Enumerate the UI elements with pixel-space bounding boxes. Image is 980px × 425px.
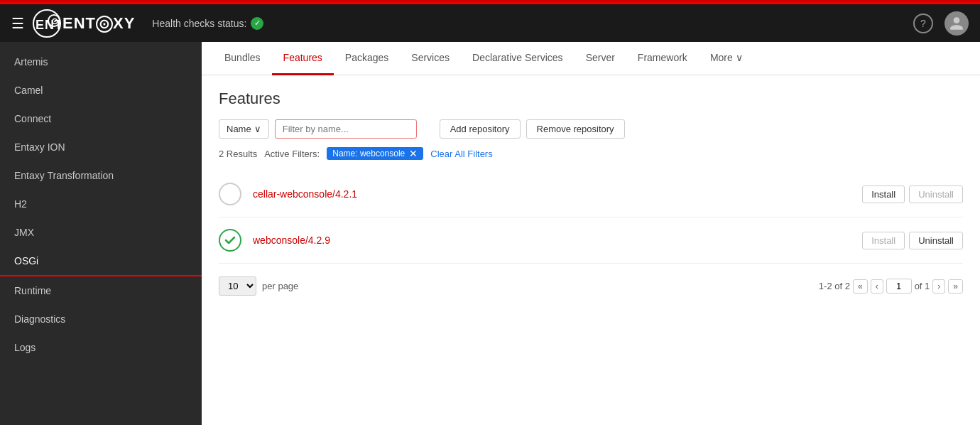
tab-services[interactable]: Services (400, 42, 461, 75)
range-label: 1-2 of 2 (819, 281, 850, 291)
tab-framework[interactable]: Framework (626, 42, 699, 75)
per-page-select[interactable]: 10 (219, 276, 256, 296)
tab-more-label: More (710, 52, 733, 63)
filter-input[interactable] (275, 119, 417, 139)
sidebar: Artemis Camel Connect Entaxy ION Entaxy … (0, 42, 202, 425)
feature-actions-2: Install Uninstall (862, 232, 963, 249)
logo: ENT ⊙ ENT⊙XY (33, 9, 135, 38)
last-page-button[interactable]: » (948, 279, 963, 294)
name-filter-label: Name (227, 124, 251, 134)
table-row: cellar-webconsole/4.2.1 Install Uninstal… (219, 171, 963, 217)
feature-status-icon-2 (219, 229, 241, 252)
sidebar-item-runtime[interactable]: Runtime (0, 276, 202, 305)
uninstall-button-2[interactable]: Uninstall (909, 232, 963, 249)
next-page-button[interactable]: › (932, 279, 945, 294)
help-icon: ? (920, 18, 926, 29)
pagination-bar: 10 per page 1-2 of 2 « ‹ of 1 › » (219, 269, 963, 303)
chevron-down-icon: ∨ (254, 124, 261, 134)
page-content: Features Name ∨ Add repository Remove re… (202, 75, 980, 425)
filter-badge-text: Name: webconsole (332, 149, 405, 158)
sidebar-item-entaxy-transformation[interactable]: Entaxy Transformation (0, 161, 202, 190)
table-row: webconsole/4.2.9 Install Uninstall (219, 217, 963, 264)
tab-declarative-services[interactable]: Declarative Services (461, 42, 575, 75)
page-input[interactable] (886, 279, 912, 294)
person-icon (949, 16, 964, 31)
remove-repository-button[interactable]: Remove repository (526, 119, 625, 139)
chevron-down-icon: ∨ (736, 52, 743, 63)
svg-text:⊙: ⊙ (51, 16, 59, 26)
tab-more[interactable]: More ∨ (699, 42, 754, 75)
feature-name-2: webconsole/4.2.9 (253, 235, 862, 246)
tabs-bar: Bundles Features Packages Services Decla… (202, 42, 980, 75)
sidebar-item-h2[interactable]: H2 (0, 190, 202, 218)
install-button-1[interactable]: Install (862, 185, 905, 203)
sidebar-item-osgi[interactable]: OSGi (0, 247, 202, 276)
feature-name-1: cellar-webconsole/4.2.1 (253, 188, 862, 200)
tab-server[interactable]: Server (575, 42, 626, 75)
topbar: ☰ ENT ⊙ ENT⊙XY Health checks status: ✓ ? (0, 2, 980, 42)
uninstall-button-1[interactable]: Uninstall (909, 185, 963, 203)
sidebar-item-jmx[interactable]: JMX (0, 218, 202, 247)
results-bar: 2 Results Active Filters: Name: webconso… (219, 147, 963, 160)
install-button-2[interactable]: Install (862, 232, 905, 249)
health-dot: ✓ (251, 17, 263, 30)
main-layout: Artemis Camel Connect Entaxy ION Entaxy … (0, 42, 980, 425)
sidebar-item-entaxy-ion[interactable]: Entaxy ION (0, 133, 202, 161)
help-button[interactable]: ? (913, 14, 933, 33)
content-area: Bundles Features Packages Services Decla… (202, 42, 980, 425)
menu-icon[interactable]: ☰ (11, 15, 24, 32)
active-filters-label: Active Filters: (264, 149, 320, 159)
results-count: 2 Results (219, 149, 257, 159)
sidebar-item-camel[interactable]: Camel (0, 76, 202, 104)
add-repository-button[interactable]: Add repository (440, 119, 521, 139)
sidebar-item-artemis[interactable]: Artemis (0, 48, 202, 76)
first-page-button[interactable]: « (853, 279, 868, 294)
checkmark-icon (224, 235, 236, 246)
filter-badge: Name: webconsole ✕ (327, 147, 423, 160)
per-page-label: per page (262, 281, 298, 291)
health-label: Health checks status: (152, 18, 246, 29)
feature-actions-1: Install Uninstall (862, 185, 963, 203)
sidebar-item-connect[interactable]: Connect (0, 104, 202, 133)
circle-empty-icon (225, 189, 235, 199)
tab-features[interactable]: Features (272, 42, 334, 75)
logo-text: ENT⊙XY (62, 14, 135, 33)
prev-page-button[interactable]: ‹ (871, 279, 883, 294)
name-filter-dropdown[interactable]: Name ∨ (219, 119, 269, 139)
remove-filter-button[interactable]: ✕ (409, 149, 418, 158)
page-title: Features (219, 90, 963, 108)
pagination-info: 1-2 of 2 « ‹ of 1 › » (819, 279, 963, 294)
clear-all-filters-button[interactable]: Clear All Filters (430, 149, 492, 159)
feature-status-icon-1 (219, 183, 241, 205)
topbar-right: ? (913, 11, 969, 36)
tab-bundles[interactable]: Bundles (213, 42, 272, 75)
logo-circle: ENT ⊙ (33, 9, 61, 38)
health-status: Health checks status: ✓ (152, 17, 263, 30)
of-label: of 1 (915, 281, 930, 291)
tab-packages[interactable]: Packages (334, 42, 400, 75)
avatar[interactable] (944, 11, 969, 36)
filter-bar: Name ∨ Add repository Remove repository (219, 119, 963, 139)
sidebar-item-logs[interactable]: Logs (0, 333, 202, 362)
sidebar-item-diagnostics[interactable]: Diagnostics (0, 305, 202, 333)
